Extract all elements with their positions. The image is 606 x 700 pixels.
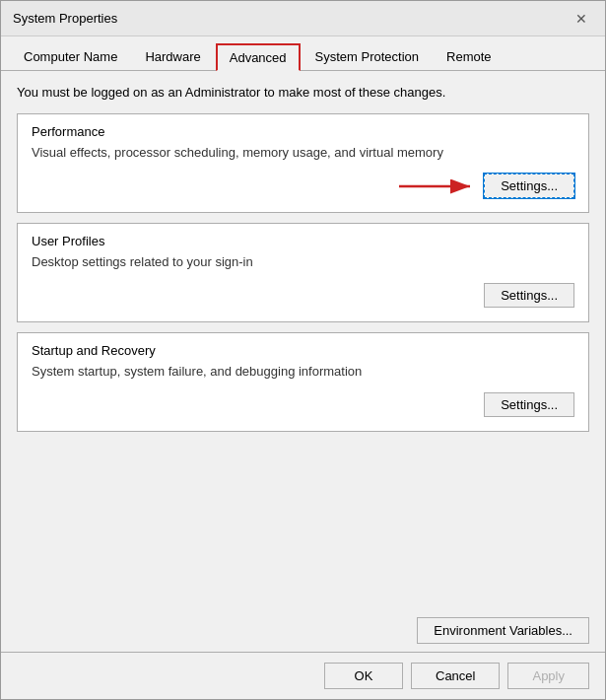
startup-recovery-btn-row: Settings... [32,392,574,417]
ok-button[interactable]: OK [324,663,403,689]
tab-bar: Computer Name Hardware Advanced System P… [1,36,605,71]
performance-section: Performance Visual effects, processor sc… [17,113,589,213]
performance-desc: Visual effects, processor scheduling, me… [32,145,574,160]
system-properties-window: System Properties ✕ Computer Name Hardwa… [0,0,606,700]
tab-hardware[interactable]: Hardware [132,43,213,71]
environment-variables-button[interactable]: Environment Variables... [417,617,589,644]
tab-remote[interactable]: Remote [434,43,505,71]
user-profiles-desc: Desktop settings related to your sign-in [32,254,574,269]
close-button[interactable]: ✕ [570,7,593,31]
user-profiles-btn-row: Settings... [32,283,574,308]
admin-info-text: You must be logged on as an Administrato… [17,85,589,100]
user-profiles-section: User Profiles Desktop settings related t… [17,223,589,322]
startup-recovery-label: Startup and Recovery [32,343,574,358]
title-bar: System Properties ✕ [1,1,605,36]
tab-system-protection[interactable]: System Protection [303,43,433,71]
user-profiles-settings-button[interactable]: Settings... [484,283,574,308]
window-title: System Properties [13,11,117,26]
startup-recovery-section: Startup and Recovery System startup, sys… [17,332,589,432]
performance-settings-button[interactable]: Settings... [484,174,574,198]
performance-label: Performance [32,124,574,139]
tab-computer-name[interactable]: Computer Name [11,43,130,71]
tab-advanced[interactable]: Advanced [216,43,301,71]
performance-btn-row: Settings... [32,174,574,198]
cancel-button[interactable]: Cancel [411,663,500,689]
bottom-bar: OK Cancel Apply [1,652,605,699]
startup-recovery-settings-button[interactable]: Settings... [484,392,574,417]
user-profiles-label: User Profiles [32,234,574,248]
arrow-icon [399,175,478,198]
startup-recovery-desc: System startup, system failure, and debu… [32,364,574,379]
apply-button[interactable]: Apply [507,663,589,689]
main-content: You must be logged on as an Administrato… [1,71,605,613]
environment-variables-row: Environment Variables... [1,613,605,652]
